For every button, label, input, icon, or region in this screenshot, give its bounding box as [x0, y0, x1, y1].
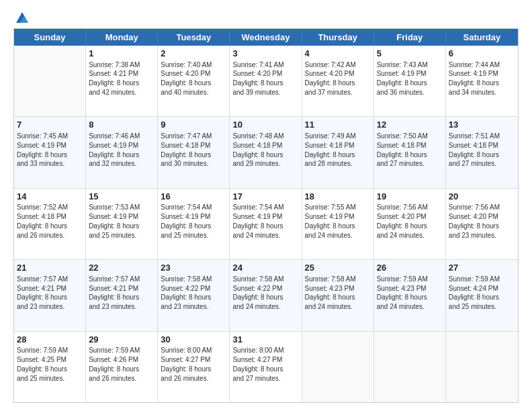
logo-icon — [15, 11, 30, 26]
day-number: 12 — [377, 119, 443, 131]
day-cell-18: 18Sunrise: 7:55 AMSunset: 4:19 PMDayligh… — [302, 189, 374, 259]
week-row-4: 21Sunrise: 7:57 AMSunset: 4:21 PMDayligh… — [14, 260, 518, 331]
day-info: Sunrise: 7:58 AMSunset: 4:22 PMDaylight:… — [161, 275, 226, 312]
day-number: 4 — [305, 48, 371, 60]
day-cell-24: 24Sunrise: 7:58 AMSunset: 4:22 PMDayligh… — [230, 260, 302, 330]
empty-cell — [302, 332, 374, 402]
header-day-sunday: Sunday — [14, 29, 86, 46]
day-number: 6 — [449, 48, 515, 60]
header-day-thursday: Thursday — [302, 29, 374, 46]
day-cell-17: 17Sunrise: 7:54 AMSunset: 4:19 PMDayligh… — [230, 189, 302, 259]
day-number: 7 — [17, 119, 83, 131]
day-info: Sunrise: 7:52 AMSunset: 4:18 PMDaylight:… — [17, 203, 83, 240]
day-cell-27: 27Sunrise: 7:59 AMSunset: 4:24 PMDayligh… — [446, 260, 518, 330]
day-info: Sunrise: 7:53 AMSunset: 4:19 PMDaylight:… — [89, 203, 154, 240]
day-info: Sunrise: 7:59 AMSunset: 4:23 PMDaylight:… — [377, 275, 443, 312]
day-number: 19 — [377, 191, 443, 203]
day-info: Sunrise: 7:38 AMSunset: 4:21 PMDaylight:… — [89, 60, 154, 97]
header-day-wednesday: Wednesday — [230, 29, 302, 46]
header-day-monday: Monday — [86, 29, 158, 46]
day-cell-13: 13Sunrise: 7:51 AMSunset: 4:18 PMDayligh… — [446, 117, 518, 187]
day-number: 28 — [17, 334, 83, 346]
day-info: Sunrise: 7:41 AMSunset: 4:20 PMDaylight:… — [232, 60, 298, 97]
day-info: Sunrise: 7:54 AMSunset: 4:19 PMDaylight:… — [161, 203, 226, 240]
day-number: 14 — [17, 191, 83, 203]
day-cell-10: 10Sunrise: 7:48 AMSunset: 4:18 PMDayligh… — [230, 117, 302, 187]
week-row-2: 7Sunrise: 7:45 AMSunset: 4:19 PMDaylight… — [14, 117, 518, 188]
day-info: Sunrise: 8:00 AMSunset: 4:27 PMDaylight:… — [232, 346, 298, 383]
day-cell-12: 12Sunrise: 7:50 AMSunset: 4:18 PMDayligh… — [374, 117, 446, 187]
day-info: Sunrise: 7:56 AMSunset: 4:20 PMDaylight:… — [377, 203, 443, 240]
day-number: 13 — [449, 119, 515, 131]
day-cell-16: 16Sunrise: 7:54 AMSunset: 4:19 PMDayligh… — [158, 189, 230, 259]
calendar-header: SundayMondayTuesdayWednesdayThursdayFrid… — [14, 29, 518, 46]
day-number: 3 — [232, 48, 298, 60]
week-row-1: 1Sunrise: 7:38 AMSunset: 4:21 PMDaylight… — [14, 46, 518, 117]
day-cell-30: 30Sunrise: 8:00 AMSunset: 4:27 PMDayligh… — [158, 332, 230, 402]
header-day-saturday: Saturday — [446, 29, 518, 46]
day-info: Sunrise: 7:45 AMSunset: 4:19 PMDaylight:… — [17, 132, 83, 169]
day-info: Sunrise: 7:48 AMSunset: 4:18 PMDaylight:… — [232, 132, 298, 169]
empty-cell — [446, 332, 518, 402]
day-cell-7: 7Sunrise: 7:45 AMSunset: 4:19 PMDaylight… — [14, 117, 86, 187]
day-number: 15 — [89, 191, 154, 203]
day-cell-21: 21Sunrise: 7:57 AMSunset: 4:21 PMDayligh… — [14, 260, 86, 330]
empty-cell — [14, 46, 86, 116]
calendar-body: 1Sunrise: 7:38 AMSunset: 4:21 PMDaylight… — [14, 46, 518, 402]
day-number: 27 — [449, 262, 515, 274]
header — [13, 11, 519, 23]
day-info: Sunrise: 7:57 AMSunset: 4:21 PMDaylight:… — [89, 275, 154, 312]
day-info: Sunrise: 7:58 AMSunset: 4:22 PMDaylight:… — [232, 275, 298, 312]
day-info: Sunrise: 7:43 AMSunset: 4:19 PMDaylight:… — [377, 60, 443, 97]
day-cell-31: 31Sunrise: 8:00 AMSunset: 4:27 PMDayligh… — [230, 332, 302, 402]
day-info: Sunrise: 7:59 AMSunset: 4:24 PMDaylight:… — [449, 275, 515, 312]
logo — [13, 11, 30, 23]
day-info: Sunrise: 7:57 AMSunset: 4:21 PMDaylight:… — [17, 275, 83, 312]
day-info: Sunrise: 7:40 AMSunset: 4:20 PMDaylight:… — [161, 60, 226, 97]
day-number: 24 — [232, 262, 298, 274]
day-cell-15: 15Sunrise: 7:53 AMSunset: 4:19 PMDayligh… — [86, 189, 158, 259]
day-cell-4: 4Sunrise: 7:42 AMSunset: 4:20 PMDaylight… — [302, 46, 374, 116]
day-cell-19: 19Sunrise: 7:56 AMSunset: 4:20 PMDayligh… — [374, 189, 446, 259]
day-info: Sunrise: 8:00 AMSunset: 4:27 PMDaylight:… — [161, 346, 226, 383]
day-info: Sunrise: 7:44 AMSunset: 4:19 PMDaylight:… — [449, 60, 515, 97]
day-number: 16 — [161, 191, 226, 203]
day-number: 1 — [89, 48, 154, 60]
day-number: 10 — [232, 119, 298, 131]
day-cell-22: 22Sunrise: 7:57 AMSunset: 4:21 PMDayligh… — [86, 260, 158, 330]
day-info: Sunrise: 7:59 AMSunset: 4:26 PMDaylight:… — [89, 346, 154, 383]
empty-cell — [374, 332, 446, 402]
day-cell-20: 20Sunrise: 7:56 AMSunset: 4:20 PMDayligh… — [446, 189, 518, 259]
day-info: Sunrise: 7:50 AMSunset: 4:18 PMDaylight:… — [377, 132, 443, 169]
day-number: 26 — [377, 262, 443, 274]
day-number: 30 — [161, 334, 226, 346]
day-number: 21 — [17, 262, 83, 274]
day-number: 25 — [305, 262, 371, 274]
day-number: 2 — [161, 48, 226, 60]
page: SundayMondayTuesdayWednesdayThursdayFrid… — [0, 0, 532, 411]
day-info: Sunrise: 7:42 AMSunset: 4:20 PMDaylight:… — [305, 60, 371, 97]
day-cell-9: 9Sunrise: 7:47 AMSunset: 4:18 PMDaylight… — [158, 117, 230, 187]
day-info: Sunrise: 7:47 AMSunset: 4:18 PMDaylight:… — [161, 132, 226, 169]
day-cell-11: 11Sunrise: 7:49 AMSunset: 4:18 PMDayligh… — [302, 117, 374, 187]
day-info: Sunrise: 7:58 AMSunset: 4:23 PMDaylight:… — [305, 275, 371, 312]
day-cell-28: 28Sunrise: 7:59 AMSunset: 4:25 PMDayligh… — [14, 332, 86, 402]
day-cell-5: 5Sunrise: 7:43 AMSunset: 4:19 PMDaylight… — [374, 46, 446, 116]
day-cell-26: 26Sunrise: 7:59 AMSunset: 4:23 PMDayligh… — [374, 260, 446, 330]
day-cell-29: 29Sunrise: 7:59 AMSunset: 4:26 PMDayligh… — [86, 332, 158, 402]
day-info: Sunrise: 7:51 AMSunset: 4:18 PMDaylight:… — [449, 132, 515, 169]
day-info: Sunrise: 7:55 AMSunset: 4:19 PMDaylight:… — [305, 203, 371, 240]
day-number: 5 — [377, 48, 443, 60]
day-info: Sunrise: 7:56 AMSunset: 4:20 PMDaylight:… — [449, 203, 515, 240]
day-cell-14: 14Sunrise: 7:52 AMSunset: 4:18 PMDayligh… — [14, 189, 86, 259]
day-info: Sunrise: 7:59 AMSunset: 4:25 PMDaylight:… — [17, 346, 83, 383]
day-number: 11 — [305, 119, 371, 131]
day-cell-6: 6Sunrise: 7:44 AMSunset: 4:19 PMDaylight… — [446, 46, 518, 116]
day-info: Sunrise: 7:46 AMSunset: 4:19 PMDaylight:… — [89, 132, 154, 169]
day-number: 17 — [232, 191, 298, 203]
day-cell-3: 3Sunrise: 7:41 AMSunset: 4:20 PMDaylight… — [230, 46, 302, 116]
day-number: 23 — [161, 262, 226, 274]
day-number: 22 — [89, 262, 154, 274]
day-number: 8 — [89, 119, 154, 131]
day-number: 20 — [449, 191, 515, 203]
